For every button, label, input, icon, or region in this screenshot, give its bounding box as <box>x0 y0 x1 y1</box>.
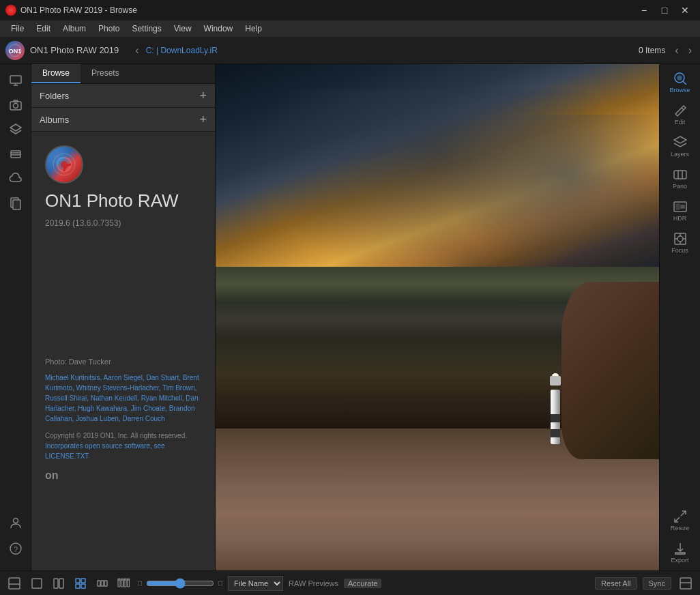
view-filmstrip-button[interactable] <box>94 577 111 590</box>
layers-right-icon <box>673 135 688 150</box>
svg-point-33 <box>677 236 683 242</box>
menu-album[interactable]: Album <box>57 23 91 35</box>
left-tools-group <box>0 70 31 214</box>
svg-rect-45 <box>76 579 80 583</box>
photo-background <box>216 64 659 570</box>
right-icon-bar: Browse Edit Layers <box>659 64 700 570</box>
maximize-button[interactable]: □ <box>655 3 674 17</box>
svg-marker-8 <box>10 124 21 131</box>
svg-rect-40 <box>9 578 20 589</box>
pages-icon[interactable] <box>5 192 27 214</box>
lighthouse-body <box>551 390 560 444</box>
resize-label: Resize <box>671 525 690 532</box>
menu-window[interactable]: Window <box>199 23 239 35</box>
menu-settings[interactable]: Settings <box>126 23 166 35</box>
right-edit-button[interactable]: Edit <box>662 99 698 130</box>
folders-section: Folders + <box>31 84 215 108</box>
svg-rect-9 <box>11 151 20 158</box>
svg-point-6 <box>13 104 18 108</box>
albums-add-button[interactable]: + <box>199 113 207 126</box>
nav-back-button[interactable]: ‹ <box>132 43 141 58</box>
left-icon-bar: ? <box>0 64 31 570</box>
menu-help[interactable]: Help <box>239 23 267 35</box>
view-multi-filmstrip-button[interactable] <box>116 577 132 590</box>
nav-next-button[interactable]: › <box>686 43 695 58</box>
panel-content: Folders + Albums + <box>31 84 215 570</box>
svg-rect-54 <box>124 580 126 587</box>
export-icon <box>673 541 688 556</box>
person-icon[interactable] <box>5 512 27 534</box>
right-export-button[interactable]: Export <box>662 537 698 568</box>
menu-photo[interactable]: Photo <box>93 23 125 35</box>
help-icon[interactable]: ? <box>5 538 27 560</box>
right-browse-button[interactable]: Browse <box>662 67 698 98</box>
svg-point-23 <box>677 76 682 80</box>
view-grid-button[interactable] <box>72 577 89 590</box>
on1-logo-large <box>45 145 83 184</box>
svg-rect-44 <box>59 579 63 588</box>
title-bar: ON1 Photo RAW 2019 - Browse − □ ✕ <box>0 0 700 20</box>
about-content: ON1 Photo RAW 2019.6 (13.6.0.7353) Photo… <box>31 132 215 495</box>
on1-wordmark: on <box>45 468 201 482</box>
pano-icon <box>673 167 688 182</box>
stack-icon[interactable] <box>5 143 27 165</box>
minimize-button[interactable]: − <box>635 3 654 17</box>
nav-prev-button[interactable]: ‹ <box>672 43 681 58</box>
svg-rect-47 <box>76 584 80 588</box>
folders-header[interactable]: Folders + <box>31 84 215 107</box>
folders-label: Folders <box>40 91 69 101</box>
left-panel: Browse Presets Folders + Albums + <box>31 64 216 570</box>
folders-add-button[interactable]: + <box>199 89 207 102</box>
layers-icon[interactable] <box>5 119 27 141</box>
app-logo: ON1 <box>5 41 25 60</box>
sort-select[interactable]: File Name <box>228 576 283 591</box>
svg-rect-49 <box>98 581 100 586</box>
svg-text:on: on <box>45 469 59 481</box>
camera-icon[interactable] <box>5 94 27 116</box>
edit-icon <box>673 103 688 118</box>
items-count: 0 Items <box>639 46 665 55</box>
app-icon <box>5 5 16 16</box>
slider-max-icon: □ <box>218 579 222 587</box>
raw-previews-label: RAW Previews <box>289 579 338 587</box>
menu-edit[interactable]: Edit <box>31 23 56 35</box>
export-label: Export <box>671 557 688 564</box>
right-resize-button[interactable]: Resize <box>662 505 698 536</box>
license-link[interactable]: Incorporates open source software, see L… <box>45 442 165 460</box>
svg-rect-2 <box>10 76 21 83</box>
layers-label: Layers <box>671 151 689 158</box>
menu-view[interactable]: View <box>169 23 197 35</box>
right-layers-button[interactable]: Layers <box>662 131 698 162</box>
bottom-expand-right-button[interactable] <box>677 576 695 591</box>
path-navigation: ‹ C: | DownLoadLy.iR 0 Items ‹ › <box>132 43 695 58</box>
presets-tab[interactable]: Presets <box>81 64 130 83</box>
menu-file[interactable]: File <box>5 23 29 35</box>
svg-rect-30 <box>676 204 680 209</box>
cloud-icon[interactable] <box>5 168 27 190</box>
lighthouse-top <box>550 376 561 386</box>
lighthouse <box>549 376 562 444</box>
hdr-icon <box>673 199 688 214</box>
albums-header[interactable]: Albums + <box>31 108 215 131</box>
center-area: Info <box>216 64 659 570</box>
close-button[interactable]: ✕ <box>675 3 695 17</box>
right-focus-button[interactable]: Focus <box>662 227 698 258</box>
albums-label: Albums <box>40 115 69 125</box>
monitor-icon[interactable] <box>5 70 27 91</box>
menu-bar: File Edit Album Photo Settings View Wind… <box>0 20 700 37</box>
size-slider[interactable] <box>146 578 214 589</box>
view-compare-button[interactable] <box>50 577 67 590</box>
right-pano-button[interactable]: Pano <box>662 163 698 194</box>
browse-tab[interactable]: Browse <box>31 64 81 83</box>
focus-label: Focus <box>671 248 688 254</box>
svg-text:?: ? <box>13 545 17 553</box>
view-single-button[interactable] <box>29 577 45 590</box>
right-hdr-button[interactable]: HDR <box>662 195 698 226</box>
sync-button[interactable]: Sync <box>643 577 671 590</box>
reset-all-button[interactable]: Reset All <box>595 577 637 590</box>
slider-min-icon: □ <box>138 579 142 587</box>
bottom-expand-left-button[interactable] <box>5 576 23 591</box>
albums-section: Albums + <box>31 108 215 132</box>
svg-rect-58 <box>124 579 126 580</box>
svg-rect-56 <box>118 579 120 580</box>
